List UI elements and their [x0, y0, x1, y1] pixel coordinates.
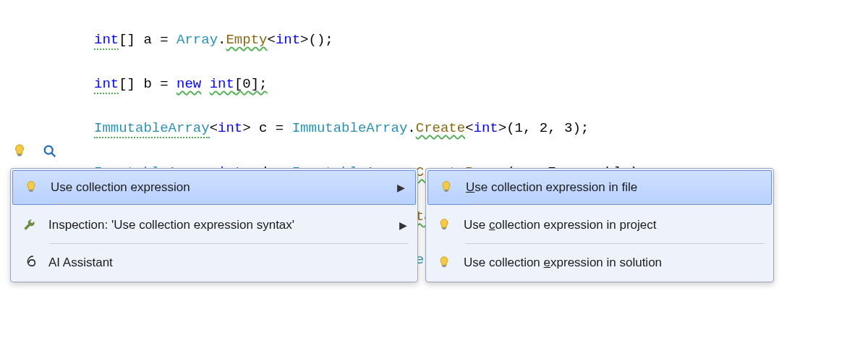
- code-line: int[] a = Array.Empty<int>();: [94, 29, 868, 51]
- svg-rect-4: [445, 190, 448, 192]
- menu-item-label: AI Assistant: [48, 256, 113, 270]
- svg-rect-3: [30, 190, 33, 192]
- search-icon[interactable]: [42, 143, 58, 159]
- submenu-item-label: Use collection expression in project: [464, 218, 656, 232]
- menu-item-label: Use collection expression: [51, 180, 190, 195]
- submenu-item-in-solution[interactable]: Use collection expression in solution: [426, 244, 773, 282]
- chevron-right-icon: ▶: [397, 182, 405, 193]
- lightbulb-icon: [436, 255, 452, 271]
- wrench-icon: [21, 217, 37, 233]
- submenu-item-label: Use collection expression in file: [466, 180, 637, 195]
- menu-item-inspection[interactable]: Inspection: 'Use collection expression s…: [11, 206, 417, 244]
- lightbulb-icon[interactable]: [12, 143, 27, 159]
- menu-item-use-collection-expression[interactable]: Use collection expression ▶: [12, 170, 416, 205]
- svg-rect-5: [443, 227, 446, 230]
- svg-rect-6: [443, 265, 446, 267]
- menu-item-label: Inspection: 'Use collection expression s…: [48, 218, 294, 232]
- submenu-item-in-file[interactable]: Use collection expression in file: [427, 170, 772, 205]
- quickfix-submenu: Use collection expression in file Use co…: [425, 168, 774, 282]
- svg-rect-0: [17, 154, 22, 156]
- submenu-item-label: Use collection expression in solution: [464, 256, 662, 270]
- quickfix-menu: Use collection expression ▶ Inspection: …: [10, 168, 418, 282]
- gutter-actions: [12, 143, 58, 159]
- spiral-icon: [21, 255, 37, 271]
- lightbulb-icon: [23, 180, 39, 195]
- lightbulb-icon: [436, 217, 452, 233]
- code-line: ImmutableArray<int> c = ImmutableArray.C…: [94, 117, 868, 139]
- lightbulb-icon: [438, 180, 454, 195]
- svg-line-2: [51, 153, 56, 157]
- submenu-item-in-project[interactable]: Use collection expression in project: [426, 206, 773, 244]
- code-line: int[] b = new int[0];: [94, 73, 868, 95]
- chevron-right-icon: ▶: [399, 219, 407, 231]
- menu-item-ai-assistant[interactable]: AI Assistant: [11, 244, 417, 282]
